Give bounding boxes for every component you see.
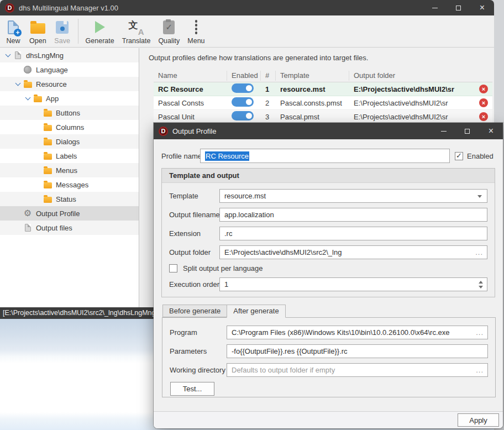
output-filename-input[interactable] — [219, 208, 487, 222]
quality-button[interactable]: Quality — [154, 15, 183, 47]
tree-item[interactable]: Resource — [0, 77, 139, 91]
minimize-icon — [432, 8, 438, 8]
tree-item[interactable]: Output files — [0, 221, 139, 235]
table-row[interactable]: Pascal Consts 2 Pascal.consts.pmst E:\Pr… — [154, 96, 492, 110]
tree-item[interactable]: Output Profile — [0, 206, 139, 221]
tree-item[interactable]: Messages — [0, 177, 139, 192]
close-icon: × — [480, 3, 485, 12]
tree-item[interactable]: Menus — [0, 163, 139, 177]
working-directory-label: Working directory — [170, 366, 227, 374]
browse-button[interactable]: ... — [475, 246, 483, 259]
minimize-button[interactable] — [423, 0, 447, 15]
column-header-name[interactable]: Name — [154, 71, 227, 81]
menu-button[interactable]: Menu — [183, 15, 208, 47]
save-button[interactable]: Save — [50, 15, 75, 47]
extension-input[interactable] — [219, 227, 487, 240]
column-header-order[interactable]: # — [261, 71, 276, 81]
spin-up-icon — [479, 281, 483, 284]
column-header-template[interactable]: Template — [276, 71, 349, 81]
dialog-logo-icon: D — [159, 127, 168, 136]
program-value: C:\Program Files (x86)\Windows Kits\10\b… — [232, 328, 475, 337]
close-button[interactable]: × — [470, 0, 494, 15]
tree-item[interactable]: Status — [0, 192, 139, 206]
enabled-toggle[interactable] — [232, 97, 254, 107]
translate-button[interactable]: 文A Translate — [118, 15, 155, 47]
maximize-button[interactable] — [447, 0, 470, 15]
dialog-minimize-button[interactable] — [432, 123, 455, 139]
tab-after-generate[interactable]: After generate — [227, 305, 285, 318]
quality-clipboard-icon — [163, 19, 175, 35]
program-input[interactable]: C:\Program Files (x86)\Windows Kits\10\b… — [227, 326, 488, 339]
group-title: Template and output — [162, 169, 495, 183]
tree-item[interactable]: Labels — [0, 149, 139, 163]
document-icon — [13, 51, 23, 59]
tree-item[interactable]: Columns — [0, 120, 139, 134]
enabled-checkbox[interactable] — [455, 152, 463, 160]
template-and-output-group: Template and output Template resource.ms… — [161, 168, 495, 297]
browse-button[interactable]: ... — [476, 364, 484, 376]
new-button[interactable]: New — [1, 15, 25, 47]
table-row[interactable]: Pascal Unit 3 Pascal.pmst E:\Projects\ac… — [154, 110, 492, 124]
test-button[interactable]: Test... — [170, 382, 214, 396]
toolbar-separator — [78, 19, 78, 44]
tree-item[interactable]: Dialogs — [0, 134, 139, 149]
output-folder-input[interactable]: E:\Projects\active\dhsMUI2\src2\_lng ... — [219, 245, 487, 259]
enabled-toggle[interactable] — [232, 111, 254, 120]
enabled-toggle[interactable] — [232, 83, 254, 93]
folder-icon — [43, 181, 53, 188]
folder-icon — [43, 123, 53, 131]
column-header-enabled[interactable]: Enabled — [227, 71, 261, 81]
browse-button[interactable]: ... — [476, 326, 484, 339]
save-floppy-icon — [56, 19, 69, 35]
generate-button[interactable]: Generate — [82, 15, 118, 47]
working-directory-placeholder: Defaults to output folder if empty — [232, 366, 335, 374]
working-directory-input[interactable]: Defaults to output folder if empty ... — [227, 363, 488, 377]
delete-icon[interactable]: × — [479, 85, 488, 93]
folder-icon — [43, 195, 53, 203]
tree-item[interactable]: Buttons — [0, 106, 139, 120]
folder-icon — [43, 109, 53, 117]
delete-icon[interactable]: × — [479, 98, 488, 107]
open-button[interactable]: Open — [25, 15, 50, 47]
execution-order-stepper[interactable]: 1 — [219, 277, 487, 291]
dialog-title: Output Profile — [172, 127, 217, 135]
tab-before-generate[interactable]: Before generate — [162, 305, 227, 317]
tree-item[interactable]: dhsLngMng — [0, 48, 139, 62]
apply-button[interactable]: Apply — [458, 413, 499, 427]
enabled-checkbox-label: Enabled — [467, 152, 494, 160]
app-logo-icon: D — [5, 3, 14, 13]
minimize-icon — [441, 131, 447, 132]
new-document-icon — [8, 19, 19, 35]
gear-icon — [23, 209, 33, 218]
table-body: RC Resource 1 resource.mst E:\Projects\a… — [154, 82, 492, 124]
extension-label: Extension — [169, 229, 219, 238]
dialog-footer: Apply — [154, 411, 503, 428]
output-folder-label: Output folder — [169, 248, 219, 256]
dialog-maximize-button[interactable] — [455, 123, 479, 139]
delete-icon[interactable]: × — [479, 112, 488, 121]
toolbar: New Open Save Generate 文A Translate Qual… — [0, 15, 494, 48]
translate-icon: 文A — [128, 20, 145, 35]
chevron-down-icon[interactable] — [14, 81, 23, 87]
chevron-down-icon[interactable] — [24, 96, 33, 101]
table-row[interactable]: RC Resource 1 resource.mst E:\Projects\a… — [154, 82, 492, 96]
template-select[interactable]: resource.mst — [219, 189, 487, 203]
tree-item[interactable]: Language — [0, 62, 139, 77]
dialog-close-button[interactable]: × — [479, 123, 503, 139]
output-profile-dialog: D Output Profile × Profile name RC Resou… — [154, 123, 503, 428]
column-header-output-folder[interactable]: Output folder — [349, 71, 492, 81]
chevron-down-icon[interactable] — [4, 53, 13, 58]
parameters-label: Parameters — [170, 347, 227, 355]
globe-icon — [23, 66, 33, 74]
parameters-input[interactable] — [227, 344, 488, 358]
close-icon: × — [489, 127, 494, 135]
maximize-icon — [456, 6, 461, 11]
tree-item[interactable]: App — [0, 91, 139, 106]
folder-icon — [23, 80, 33, 88]
execution-order-value: 1 — [224, 280, 228, 289]
folder-icon — [43, 166, 53, 174]
open-folder-icon — [30, 19, 45, 35]
profile-name-input[interactable]: RC Resource — [200, 149, 450, 163]
spinner-buttons[interactable] — [477, 279, 485, 290]
split-output-checkbox[interactable] — [169, 264, 177, 272]
